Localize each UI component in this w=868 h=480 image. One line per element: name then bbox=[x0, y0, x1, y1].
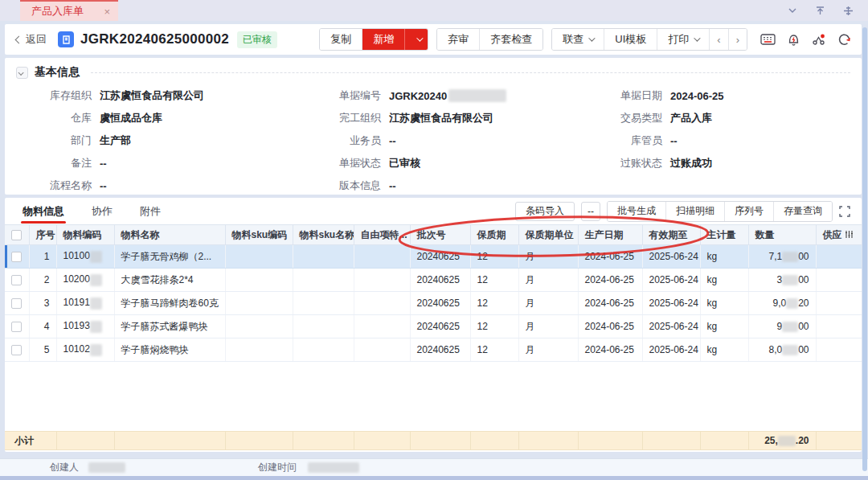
cell-prod-date: 2024-06-25 bbox=[578, 292, 642, 315]
row-checkbox[interactable] bbox=[11, 252, 22, 262]
column-settings-icon[interactable] bbox=[845, 230, 854, 239]
select-all-checkbox[interactable] bbox=[11, 230, 22, 240]
table-row[interactable]: 5 10102 学子膳焖烧鸭块 20240625 12 月 2024-06-25… bbox=[5, 338, 862, 362]
field-label: 过账状态 bbox=[583, 156, 662, 170]
tab-label: 产品入库单 bbox=[31, 4, 84, 18]
field-value: -- bbox=[100, 180, 107, 192]
section-title: 基本信息 bbox=[35, 65, 80, 80]
material-detail-section: 物料信息 协作 附件 条码导入 -- 批号生成 扫描明细 序列号 存量查询 序号… bbox=[5, 198, 862, 452]
row-checkbox[interactable] bbox=[11, 275, 22, 285]
col-expiry[interactable]: 有效期至 bbox=[642, 225, 700, 245]
col-uom[interactable]: 主计量 bbox=[700, 225, 748, 245]
col-name[interactable]: 物料名称 bbox=[114, 225, 225, 245]
unapprove-button[interactable]: 弃审 bbox=[437, 29, 479, 50]
cell-qty: 8,000 bbox=[748, 338, 816, 362]
bill-doc-icon bbox=[58, 31, 74, 47]
header-toolbar: 复制 新增 弃审 齐套检查 联查 UI模板 打印 ‹ › bbox=[319, 28, 852, 51]
cell-seq: 5 bbox=[29, 338, 56, 362]
col-seq[interactable]: 序号 bbox=[29, 225, 56, 245]
cell-prod-date: 2024-06-25 bbox=[578, 315, 642, 338]
field-value: 生产部 bbox=[100, 133, 131, 148]
upload-top-icon[interactable] bbox=[815, 6, 825, 16]
field-value: 虞恒成品仓库 bbox=[100, 111, 162, 125]
cell-name: 学子膳焖烧鸭块 bbox=[114, 338, 225, 362]
field-label: 备注 bbox=[21, 156, 92, 170]
cell-uom: kg bbox=[700, 292, 748, 315]
field-label: 仓库 bbox=[21, 111, 92, 125]
field-label: 流程名称 bbox=[21, 178, 92, 193]
cell-sku-code bbox=[225, 292, 293, 315]
chevron-down-icon[interactable] bbox=[788, 6, 797, 15]
fullscreen-icon[interactable] bbox=[839, 206, 850, 217]
collapse-toggle-icon[interactable] bbox=[16, 67, 28, 79]
alarm-bell-icon[interactable] bbox=[787, 32, 800, 47]
row-checkbox[interactable] bbox=[11, 298, 22, 309]
add-button[interactable]: 新增 bbox=[362, 29, 404, 50]
stock-query-button[interactable]: 存量查询 bbox=[773, 202, 832, 221]
tab-collaboration[interactable]: 协作 bbox=[90, 198, 114, 225]
cell-name: 学子膳马蹄鲜肉卷60克 bbox=[114, 292, 225, 315]
back-button[interactable]: 返回 bbox=[16, 32, 47, 47]
cell-seq: 3 bbox=[29, 292, 56, 315]
tab-product-inbound[interactable]: 产品入库单 × bbox=[20, 0, 118, 21]
tab-material-info[interactable]: 物料信息 bbox=[21, 198, 66, 225]
batch-generate-button[interactable]: 批号生成 bbox=[608, 202, 665, 221]
add-dropdown-button[interactable] bbox=[404, 29, 428, 50]
col-sku-code[interactable]: 物料sku编码 bbox=[225, 225, 293, 245]
document-tab-strip: 产品入库单 × bbox=[0, 0, 868, 21]
field-label: 业务员 bbox=[302, 133, 381, 148]
kit-check-button[interactable]: 齐套检查 bbox=[479, 29, 542, 50]
cell-sku-code bbox=[225, 245, 293, 269]
field-value: -- bbox=[100, 158, 107, 170]
cell-code: 10100 bbox=[56, 245, 114, 269]
ui-template-button[interactable]: UI模板 bbox=[604, 29, 657, 50]
cell-shelf-unit: 月 bbox=[518, 292, 578, 315]
cell-shelf-unit: 月 bbox=[518, 315, 578, 338]
field-value: 江苏虞恒食品有限公司 bbox=[389, 111, 493, 125]
field-value: 江苏虞恒食品有限公司 bbox=[100, 88, 204, 103]
cell-free-item bbox=[354, 292, 410, 315]
col-qty[interactable]: 数量 bbox=[748, 225, 816, 245]
more-actions-button[interactable]: -- bbox=[581, 202, 600, 221]
keyboard-icon[interactable] bbox=[760, 33, 776, 47]
row-checkbox[interactable] bbox=[11, 322, 22, 332]
print-button[interactable]: 打印 bbox=[657, 29, 709, 50]
col-shelf-life[interactable]: 保质期 bbox=[470, 225, 518, 245]
field-label: 部门 bbox=[21, 133, 92, 148]
col-supplier[interactable]: 供应 bbox=[816, 225, 862, 245]
cell-free-item bbox=[354, 315, 410, 338]
col-shelf-unit[interactable]: 保质期单位 bbox=[518, 225, 578, 245]
field-label: 交易类型 bbox=[583, 111, 662, 125]
prev-bill-button[interactable]: ‹ bbox=[709, 29, 727, 50]
serial-number-button[interactable]: 序列号 bbox=[724, 202, 773, 221]
refresh-icon[interactable] bbox=[837, 33, 852, 47]
cell-batch: 20240625 bbox=[410, 245, 470, 269]
field-label: 单据状态 bbox=[302, 156, 381, 170]
row-checkbox[interactable] bbox=[11, 345, 22, 355]
adjust-pin-icon[interactable] bbox=[843, 6, 854, 16]
copy-button[interactable]: 复制 bbox=[320, 29, 362, 50]
cell-sku-code bbox=[225, 338, 293, 362]
table-row[interactable]: 1 10100 学子膳无骨鸡柳（2... 20240625 12 月 2024-… bbox=[5, 245, 862, 269]
col-free-item[interactable]: 自由项特... bbox=[354, 225, 410, 245]
table-row[interactable]: 4 10193 学子膳苏式酱爆鸭块 20240625 12 月 2024-06-… bbox=[5, 315, 862, 338]
tab-attachments[interactable]: 附件 bbox=[138, 198, 162, 225]
table-row[interactable]: 2 10200 大虞雪花排条2*4 20240625 12 月 2024-06-… bbox=[5, 269, 862, 292]
bill-number: JGRK20240625000002 bbox=[80, 31, 229, 47]
barcode-import-button[interactable]: 条码导入 bbox=[515, 202, 575, 221]
field-label: 版本信息 bbox=[302, 178, 381, 193]
cell-qty: 9,020 bbox=[748, 292, 816, 315]
col-sku-name[interactable]: 物料sku名称 bbox=[293, 225, 354, 245]
tab-close-icon[interactable]: × bbox=[104, 6, 110, 17]
link-query-button[interactable]: 联查 bbox=[552, 29, 604, 50]
col-code[interactable]: 物料编码 bbox=[56, 225, 114, 245]
field-label: 库管员 bbox=[583, 133, 662, 148]
monitor-share-icon[interactable] bbox=[812, 33, 826, 47]
col-prod-date[interactable]: 生产日期 bbox=[578, 225, 642, 245]
col-batch[interactable]: 批次号 bbox=[410, 225, 470, 245]
field-value: 过账成功 bbox=[670, 156, 712, 170]
scan-detail-button[interactable]: 扫描明细 bbox=[665, 202, 724, 221]
next-bill-button[interactable]: › bbox=[728, 29, 747, 50]
vertical-scrollbar[interactable] bbox=[862, 27, 867, 471]
table-row[interactable]: 3 10191 学子膳马蹄鲜肉卷60克 20240625 12 月 2024-0… bbox=[5, 292, 862, 315]
